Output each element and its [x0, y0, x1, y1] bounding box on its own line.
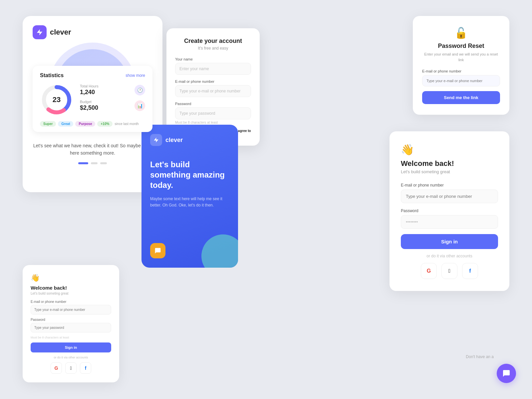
- dot-3: [100, 162, 107, 164]
- total-hours-label: Total Hours: [80, 84, 99, 88]
- social-buttons: G  f: [401, 263, 498, 279]
- signin-button[interactable]: Sign in: [401, 234, 498, 249]
- ws-google-button[interactable]: G: [51, 362, 62, 374]
- stats-card: Statistics show more 23 Total Hours: [33, 66, 152, 132]
- reset-email-input[interactable]: [422, 75, 500, 86]
- dashboard-bottom-text: Let's see what we have new, check it out…: [33, 142, 152, 164]
- chat-bubble-button[interactable]: [497, 364, 516, 383]
- ws-facebook-button[interactable]: f: [80, 362, 91, 374]
- reset-email-label: E-mail or phone number: [422, 69, 500, 73]
- ws-or-text: or do it via other accounts: [31, 356, 111, 359]
- password-reset-card: 🔓 Password Reset Enter your email and we…: [413, 16, 509, 115]
- tag-since: since last month: [115, 122, 138, 126]
- brand-name: clever: [50, 28, 71, 37]
- or-text: or do it via other accounts: [401, 254, 498, 258]
- welcome-password-label: Password: [401, 208, 498, 213]
- budget-value: $2,500: [80, 104, 98, 111]
- ws-email-label: E-mail or phone number: [31, 300, 111, 304]
- ws-signin-button[interactable]: Sign in: [31, 342, 111, 352]
- facebook-button[interactable]: f: [462, 263, 478, 279]
- budget-label: Budget: [80, 100, 98, 104]
- tags-row: Super Great Purpose +10% since last mont…: [40, 121, 145, 127]
- ws-password-input[interactable]: [31, 323, 111, 332]
- hero-brand-name: clever: [165, 137, 183, 144]
- ws-sub: Let's build someting great: [31, 292, 111, 295]
- email-label: E-mail or phone number: [175, 79, 251, 83]
- welcome-password-input[interactable]: [401, 215, 498, 229]
- name-input[interactable]: [175, 63, 251, 75]
- hero-chat-button[interactable]: [150, 243, 165, 258]
- tag-percent: +10%: [97, 121, 113, 127]
- dot-2: [91, 162, 98, 164]
- total-hours-item: Total Hours 1,240 🕐: [80, 84, 145, 96]
- hero-subtitle: Maybe some text here will help me see it…: [150, 196, 229, 208]
- show-more-link[interactable]: show more: [126, 73, 145, 78]
- tag-great: Great: [58, 121, 73, 127]
- tag-super: Super: [40, 121, 56, 127]
- password-input[interactable]: [175, 107, 251, 119]
- welcome-title: Welcome back!: [401, 159, 498, 168]
- stats-content: 23 Total Hours 1,240 🕐: [40, 83, 145, 116]
- hero-logo-icon: [150, 134, 162, 146]
- ws-emoji: 👋: [31, 274, 111, 282]
- password-hint: Must be 8 characters at least: [175, 121, 251, 124]
- hero-decorative-circle: [201, 234, 238, 268]
- progress-dots: [33, 162, 152, 164]
- stats-right: Total Hours 1,240 🕐 Budget $2,500: [80, 84, 145, 115]
- welcome-emoji: 👋: [401, 143, 498, 156]
- dashboard-description: Let's see what we have new, check it out…: [33, 142, 152, 157]
- donut-value: 23: [53, 95, 61, 104]
- ws-email-input[interactable]: [31, 305, 111, 315]
- ws-title: Welcome back!: [31, 285, 111, 291]
- create-title: Create your account: [175, 38, 251, 45]
- budget-item: Budget $2,500 📊: [80, 100, 145, 111]
- ws-social-buttons: G  f: [31, 362, 111, 374]
- ws-hint: Must be 8 characters at least: [31, 336, 111, 339]
- welcome-small-card: 👋 Welcome back! Let's build someting gre…: [23, 265, 119, 382]
- email-input[interactable]: [175, 85, 251, 97]
- hours-icon-circle: 🕐: [134, 85, 145, 95]
- donut-chart: 23: [40, 83, 73, 116]
- welcome-email-input[interactable]: [401, 190, 498, 203]
- reset-subtitle: Enter your email and we will send you a …: [422, 52, 500, 63]
- name-label: Your name: [175, 57, 251, 61]
- password-group: Password Must be 8 characters at least: [175, 102, 251, 124]
- welcome-subtitle: Let's build someting great: [401, 169, 498, 174]
- name-group: Your name: [175, 57, 251, 75]
- budget-icon-circle: 📊: [134, 100, 145, 111]
- password-label: Password: [175, 102, 251, 106]
- apple-button[interactable]: : [441, 263, 457, 279]
- hero-card: clever Let's build something amazing tod…: [141, 125, 238, 268]
- dont-have-text: Don't have an a: [466, 354, 494, 359]
- create-subtitle: It's free and easy: [175, 46, 251, 51]
- total-hours-value: 1,240: [80, 89, 99, 96]
- reset-title: Password Reset: [422, 43, 500, 50]
- ws-password-label: Password: [31, 318, 111, 322]
- google-button[interactable]: G: [421, 263, 437, 279]
- dashboard-header: clever: [33, 25, 152, 39]
- hero-title: Let's build something amazing today.: [150, 159, 229, 191]
- send-link-button[interactable]: Send me the link: [422, 91, 500, 104]
- tag-purpose: Purpose: [75, 121, 95, 127]
- ws-apple-button[interactable]: : [65, 362, 77, 374]
- email-group: E-mail or phone number: [175, 79, 251, 97]
- reset-emoji: 🔓: [422, 27, 500, 39]
- stats-title: Statistics: [40, 72, 64, 78]
- hero-logo: clever: [150, 134, 229, 146]
- dot-1: [78, 162, 88, 164]
- stats-header: Statistics show more: [40, 72, 145, 78]
- welcome-email-label: E-mail or phone number: [401, 183, 498, 188]
- logo-icon: [33, 25, 47, 39]
- welcome-large-card: 👋 Welcome back! Let's build someting gre…: [390, 131, 509, 291]
